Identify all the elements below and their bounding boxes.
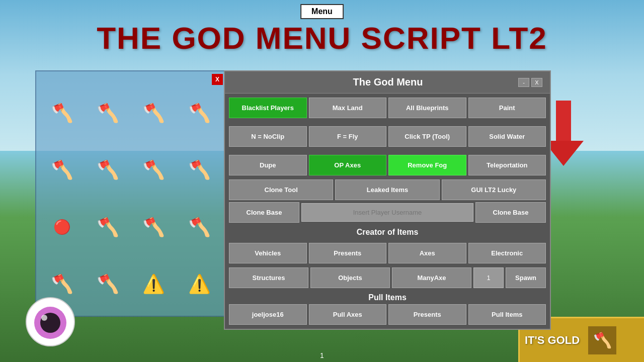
axe-item: 🪓 (87, 144, 129, 197)
axe-item: 🪓 (179, 201, 220, 254)
axe-item: 🪓 (87, 86, 129, 140)
quantity-input[interactable] (473, 267, 504, 288)
paint-button[interactable]: Paint (468, 98, 546, 118)
axe-item: 🪓 (179, 86, 220, 140)
axe-item: 🪓 (133, 201, 175, 254)
axe-item: ⚠️ (179, 258, 220, 311)
axe-item: 🪓 (87, 201, 129, 254)
leaked-items-button[interactable]: Leaked Items (335, 179, 439, 200)
pull-section-header: Pull Items (225, 290, 550, 304)
gold-label: IT'S GOLD (525, 334, 580, 347)
button-row-1: Blacklist Players Max Land All Blueprint… (225, 94, 550, 122)
page-title: THE GOD MENU SCRIPT LT2 (0, 20, 644, 56)
blacklist-players-button[interactable]: Blacklist Players (229, 98, 307, 118)
left-panel: X 🪓 🪓 🪓 🪓 🪓 🪓 🪓 🪓 🔴 🪓 🪓 🪓 🪓 🪓 ⚠️ ⚠️ (35, 70, 226, 317)
dupe-button[interactable]: Dupe (229, 155, 307, 175)
dialog-title: The God Menu (258, 76, 518, 88)
pull-presents-button[interactable]: Presents (388, 304, 466, 325)
remove-fog-button[interactable]: Remove Fog (388, 155, 466, 175)
spawn-button[interactable]: Spawn (506, 267, 546, 288)
creator-section-header: Creator of Items (225, 225, 550, 239)
structures-button[interactable]: Structures (229, 267, 308, 288)
pull-items-button[interactable]: Pull Items (468, 304, 546, 325)
axes-area: 🪓 🪓 🪓 🪓 🪓 🪓 🪓 🪓 🔴 🪓 🪓 🪓 🪓 🪓 ⚠️ ⚠️ (36, 71, 225, 316)
max-land-button[interactable]: Max Land (309, 98, 387, 118)
click-tp-button[interactable]: Click TP (Tool) (388, 126, 466, 147)
svg-point-3 (41, 315, 47, 321)
pull-axes-button[interactable]: Pull Axes (309, 304, 387, 325)
axes-button[interactable]: Axes (388, 243, 466, 263)
main-dialog: The God Menu - X Blacklist Players Max L… (224, 70, 551, 330)
axe-item: 🔴 (41, 201, 83, 254)
joeljose-button[interactable]: joeljose16 (229, 304, 307, 325)
manyaxe-button[interactable]: ManyAxe (392, 267, 471, 288)
axe-item: ⚠️ (133, 258, 175, 311)
gui-lt2-lucky-button[interactable]: GUI LT2 Lucky (442, 179, 546, 200)
pull-section: joeljose16 Pull Axes Presents Pull Items (225, 304, 550, 329)
electronic-button[interactable]: Electronic (468, 243, 546, 263)
axe-item: 🪓 (41, 144, 83, 197)
minimize-button[interactable]: - (518, 78, 529, 87)
spawn-row: Structures Objects ManyAxe Spawn (225, 267, 550, 290)
vehicles-button[interactable]: Vehicles (229, 243, 307, 263)
noclip-button[interactable]: N = NoClip (229, 126, 307, 147)
axe-item: 🪓 (87, 258, 129, 311)
button-row-2: N = NoClip F = Fly Click TP (Tool) Solid… (225, 122, 550, 151)
presents-button[interactable]: Presents (309, 243, 387, 263)
op-axes-button[interactable]: OP Axes (309, 155, 387, 175)
page-number: 1 (320, 351, 324, 359)
clone-tool-button[interactable]: Clone Tool (229, 179, 333, 200)
solid-water-button[interactable]: Solid Water (468, 126, 546, 147)
clone-base-row: Clone Base Clone Base (225, 202, 550, 225)
creator-row-1: Vehicles Presents Axes Electronic (225, 239, 550, 267)
button-row-3: Dupe OP Axes Remove Fog Teleportation (225, 151, 550, 179)
axe-item: 🪓 (133, 86, 175, 140)
clone-base-button-right[interactable]: Clone Base (475, 202, 546, 223)
dialog-titlebar: The God Menu - X (225, 71, 550, 94)
teleportation-button[interactable]: Teleportation (468, 155, 546, 175)
objects-button[interactable]: Objects (310, 267, 390, 288)
gold-axe-icon: 🪓 (587, 325, 617, 355)
all-blueprints-button[interactable]: All Blueprints (388, 98, 466, 118)
axe-item: 🪓 (41, 86, 83, 140)
axe-item: 🪓 (133, 144, 175, 197)
player-username-input[interactable] (301, 203, 473, 222)
button-row-4: Clone Tool Leaked Items GUI LT2 Lucky (225, 179, 550, 202)
svg-rect-6 (556, 101, 571, 141)
dialog-controls: - X (518, 78, 542, 87)
axe-item: 🪓 (179, 144, 220, 197)
menu-top-button[interactable]: Menu (300, 4, 344, 19)
clone-base-button-left[interactable]: Clone Base (229, 202, 299, 223)
left-panel-close[interactable]: X (212, 74, 223, 85)
pull-row: joeljose16 Pull Axes Presents Pull Items (229, 304, 546, 325)
close-button[interactable]: X (531, 78, 542, 87)
eye-decoration (25, 297, 75, 347)
fly-button[interactable]: F = Fly (309, 126, 387, 147)
